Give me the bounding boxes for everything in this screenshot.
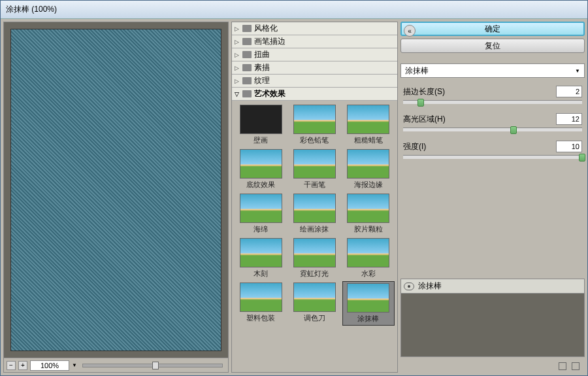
filter-gallery-window: 涂抹棒 (100%) − + ▼ ▷风格化▷画笔描边▷扭曲▷素描▷纹理▽艺术效果… <box>0 0 588 376</box>
filter-dropdown[interactable]: 涂抹棒 ▼ <box>400 63 585 78</box>
filter-thumb-11[interactable]: 水彩 <box>342 237 395 280</box>
thumb-image <box>293 238 336 267</box>
folder-icon <box>242 38 252 45</box>
ok-button[interactable]: 确定 <box>400 22 585 36</box>
thumb-image <box>347 149 389 179</box>
thumb-label: 霓虹灯光 <box>289 269 339 279</box>
filter-thumb-6[interactable]: 海绵 <box>235 192 287 235</box>
filter-thumb-2[interactable]: 粗糙蜡笔 <box>342 103 395 146</box>
thumb-image <box>240 282 282 312</box>
param-slider-2[interactable] <box>403 155 582 159</box>
filter-thumb-4[interactable]: 干画笔 <box>288 148 340 191</box>
category-label: 风格化 <box>254 23 278 34</box>
window-title: 涂抹棒 (100%) <box>6 4 57 15</box>
settings-panel: 确定 复位 涂抹棒 ▼ 描边长度(S)高光区域(H)强度(I) 涂抹棒 <box>400 22 585 373</box>
thumb-image <box>347 194 389 223</box>
filter-thumb-8[interactable]: 胶片颗粒 <box>342 192 395 235</box>
param-input-2[interactable] <box>556 141 582 152</box>
thumb-label: 绘画涂抹 <box>289 224 339 234</box>
category-label: 艺术效果 <box>254 88 286 99</box>
category-label: 纹理 <box>254 75 270 86</box>
thumb-label: 海报边缘 <box>344 180 393 190</box>
filter-thumb-7[interactable]: 绘画涂抹 <box>288 192 340 235</box>
thumb-image <box>240 105 282 134</box>
arrow-right-icon: ▷ <box>235 39 242 45</box>
thumb-image <box>293 149 336 179</box>
category-4[interactable]: ▷纹理 <box>232 75 397 88</box>
thumb-image <box>347 105 389 134</box>
filter-thumbnails: 壁画彩色铅笔粗糙蜡笔底纹效果干画笔海报边缘海绵绘画涂抹胶片颗粒木刻霓虹灯光水彩塑… <box>232 101 397 328</box>
param-row-0: 描边长度(S) <box>403 86 582 97</box>
arrow-right-icon: ▷ <box>235 65 242 71</box>
parameters: 描边长度(S)高光区域(H)强度(I) <box>400 80 585 276</box>
filter-thumb-12[interactable]: 塑料包装 <box>235 281 287 326</box>
category-2[interactable]: ▷扭曲 <box>232 48 397 61</box>
thumb-label: 塑料包装 <box>236 313 286 323</box>
preview-slider[interactable] <box>82 364 223 367</box>
arrow-right-icon: ▷ <box>235 52 242 58</box>
filter-dropdown-label: 涂抹棒 <box>405 65 429 77</box>
filter-thumb-0[interactable]: 壁画 <box>235 103 287 146</box>
thumb-image <box>240 149 282 179</box>
filter-thumb-10[interactable]: 霓虹灯光 <box>288 237 340 280</box>
effect-layer[interactable]: 涂抹棒 <box>401 279 584 294</box>
filter-thumb-14[interactable]: 涂抹棒 <box>342 281 395 326</box>
layer-toolbar <box>400 360 585 373</box>
filter-thumb-13[interactable]: 调色刀 <box>288 281 340 326</box>
zoom-input[interactable] <box>30 360 69 371</box>
arrow-right-icon: ▷ <box>235 78 242 84</box>
category-label: 画笔描边 <box>254 36 286 47</box>
folder-icon <box>242 77 252 84</box>
thumb-label: 粗糙蜡笔 <box>344 135 393 145</box>
folder-icon <box>242 25 252 32</box>
thumb-image <box>240 194 282 223</box>
filter-tree-panel: ▷风格化▷画笔描边▷扭曲▷素描▷纹理▽艺术效果 壁画彩色铅笔粗糙蜡笔底纹效果干画… <box>231 22 398 373</box>
param-slider-0[interactable] <box>403 100 582 104</box>
visibility-icon[interactable] <box>404 282 414 290</box>
titlebar: 涂抹棒 (100%) <box>1 1 587 19</box>
thumb-label: 底纹效果 <box>236 180 286 190</box>
param-input-0[interactable] <box>556 86 582 97</box>
param-label: 描边长度(S) <box>403 86 556 97</box>
thumb-label: 海绵 <box>236 224 286 234</box>
thumb-image <box>347 238 389 267</box>
delete-layer-icon[interactable] <box>572 362 580 370</box>
thumb-image <box>293 282 336 312</box>
category-3[interactable]: ▷素描 <box>232 61 397 75</box>
category-label: 素描 <box>254 62 270 73</box>
category-1[interactable]: ▷画笔描边 <box>232 35 397 48</box>
reset-button[interactable]: 复位 <box>400 39 585 53</box>
category-5[interactable]: ▽艺术效果 <box>232 88 397 101</box>
new-layer-icon[interactable] <box>559 362 566 370</box>
thumb-image <box>293 194 336 223</box>
collapse-button[interactable]: « <box>404 25 416 37</box>
param-row-2: 强度(I) <box>403 141 582 152</box>
arrow-down-icon: ▽ <box>235 91 242 97</box>
thumb-label: 水彩 <box>344 269 393 279</box>
param-label: 强度(I) <box>403 141 556 152</box>
filter-thumb-3[interactable]: 底纹效果 <box>235 148 287 191</box>
effect-layers-panel: 涂抹棒 <box>400 279 585 357</box>
preview-image[interactable] <box>10 29 221 351</box>
thumb-image <box>293 105 336 134</box>
thumb-image <box>240 238 282 267</box>
thumb-label: 彩色铅笔 <box>289 135 339 145</box>
param-row-1: 高光区域(H) <box>403 113 582 125</box>
filter-thumb-1[interactable]: 彩色铅笔 <box>288 103 340 146</box>
filter-thumb-9[interactable]: 木刻 <box>235 237 287 280</box>
thumb-label: 胶片颗粒 <box>344 224 393 234</box>
category-label: 扭曲 <box>254 49 270 60</box>
zoom-in-button[interactable]: + <box>18 361 27 370</box>
zoom-out-button[interactable]: − <box>7 361 16 370</box>
arrow-right-icon: ▷ <box>235 26 242 32</box>
thumb-image <box>347 283 389 313</box>
folder-icon <box>242 64 252 71</box>
thumb-label: 涂抹棒 <box>344 314 393 324</box>
folder-icon <box>242 90 252 97</box>
param-input-1[interactable] <box>556 113 582 125</box>
thumb-label: 壁画 <box>236 135 286 145</box>
filter-thumb-5[interactable]: 海报边缘 <box>342 148 395 191</box>
dropdown-arrow-icon[interactable]: ▼ <box>72 362 77 368</box>
param-slider-1[interactable] <box>403 128 582 131</box>
category-0[interactable]: ▷风格化 <box>232 22 397 35</box>
